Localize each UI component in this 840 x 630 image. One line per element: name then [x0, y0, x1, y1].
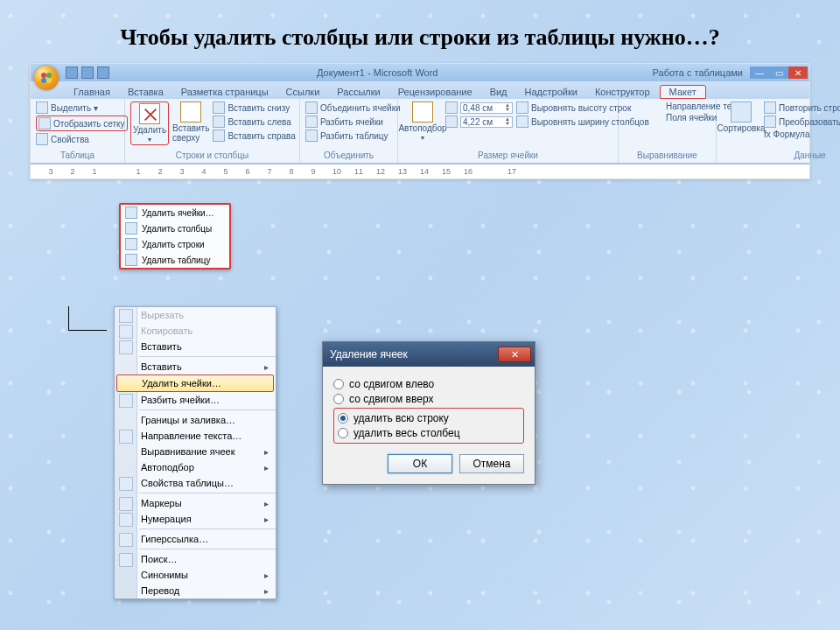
ctx-split-cells[interactable]: Разбить ячейки… [115, 392, 276, 408]
tab-home[interactable]: Главная [66, 85, 118, 99]
group-data-label: Данные [722, 150, 840, 160]
delete-table-item[interactable]: Удалить таблицу [121, 252, 229, 268]
close-button[interactable]: ✕ [788, 66, 808, 79]
col-width-spinner[interactable]: 4,22 см▲▼ [460, 116, 513, 128]
bullets-icon [119, 497, 133, 511]
ctx-borders[interactable]: Границы и заливка… [115, 412, 276, 428]
delete-icon [139, 103, 160, 124]
show-gridlines-button[interactable]: Отобразить сетку [36, 116, 128, 131]
ctx-synonyms[interactable]: Синонимы▸ [115, 567, 276, 583]
chevron-right-icon: ▸ [264, 447, 269, 457]
properties-button[interactable]: Свойства [36, 133, 128, 145]
split-table-button[interactable]: Разбить таблицу [305, 130, 401, 142]
delete-cells-item[interactable]: Удалить ячейки… [121, 205, 229, 220]
row-height-spinner[interactable]: 0,48 см▲▼ [460, 102, 513, 114]
radio-delete-col[interactable]: удалить весь столбец [338, 427, 520, 439]
tab-references[interactable]: Ссылки [278, 85, 328, 99]
merge-cells-button[interactable]: Объединить ячейки [305, 102, 401, 114]
tab-insert[interactable]: Вставка [120, 85, 172, 99]
paste-icon [119, 340, 133, 354]
chevron-right-icon: ▸ [264, 362, 269, 372]
insert-left-button[interactable]: Вставить слева [213, 116, 295, 128]
svg-point-0 [41, 73, 46, 78]
radio-shift-up[interactable]: со сдвигом вверх [333, 393, 524, 405]
link-icon [119, 533, 133, 547]
tab-design[interactable]: Конструктор [587, 85, 658, 99]
document-title: Документ1 - Microsoft Word [109, 67, 646, 78]
dialog-close-button[interactable]: ✕ [498, 346, 531, 362]
ctx-delete-cells[interactable]: Удалить ячейки… [116, 374, 274, 392]
ctx-cell-align[interactable]: Выравнивание ячеек▸ [115, 444, 276, 459]
group-rowscols-label: Строки и столбцы [130, 150, 294, 160]
group-table-label: Таблица [36, 150, 119, 160]
tab-review[interactable]: Рецензирование [390, 85, 480, 99]
delete-button[interactable]: Удалить▾ [130, 102, 169, 145]
dialog-titlebar[interactable]: Удаление ячеек ✕ [323, 342, 535, 367]
ctx-lookup[interactable]: Поиск… [115, 551, 276, 567]
ok-button[interactable]: ОК [388, 454, 452, 473]
sort-button[interactable]: Сортировка [722, 102, 760, 133]
minimize-button[interactable]: — [750, 66, 769, 79]
repeat-header-button[interactable]: Повторить строки заголовков [764, 102, 840, 114]
insert-below-button[interactable]: Вставить снизу [213, 102, 295, 114]
ctx-table-props[interactable]: Свойства таблицы… [115, 475, 276, 491]
ctx-numbering[interactable]: Нумерация▸ [115, 511, 276, 527]
svg-point-2 [41, 78, 46, 83]
cut-icon [119, 309, 133, 323]
ribbon-body: Выделить ▾ Отобразить сетку Свойства Таб… [31, 99, 809, 164]
formula-button[interactable]: fx Формула [764, 130, 840, 139]
autofit-icon [412, 102, 433, 122]
ctx-copy[interactable]: Копировать [115, 323, 276, 339]
ctx-translate[interactable]: Перевод▸ [115, 583, 276, 598]
maximize-button[interactable]: ▭ [769, 66, 788, 79]
group-merge-label: Объединить [305, 150, 392, 160]
split-icon [119, 394, 133, 408]
word-ribbon-screenshot: Документ1 - Microsoft Word Работа с табл… [30, 63, 810, 179]
chevron-right-icon: ▸ [264, 586, 269, 596]
textdir-icon [119, 430, 133, 444]
tab-pagelayout[interactable]: Разметка страницы [173, 85, 276, 99]
chevron-right-icon: ▸ [264, 499, 269, 508]
delete-columns-item[interactable]: Удалить столбцы [121, 220, 229, 236]
ruler: 3211234567891011121314151617 [31, 164, 809, 178]
delete-rows-item[interactable]: Удалить строки [121, 236, 229, 252]
search-icon [119, 553, 133, 567]
delete-dropdown: Удалить ячейки… Удалить столбцы Удалить … [119, 203, 231, 270]
cell-margins-button[interactable]: Поля ячейки [666, 113, 717, 122]
radio-icon [333, 394, 344, 404]
select-button[interactable]: Выделить ▾ [36, 102, 128, 114]
insert-above-button[interactable]: Вставить сверху [172, 102, 209, 143]
text-direction-button[interactable]: Направление текста [666, 102, 717, 111]
svg-point-3 [46, 78, 52, 83]
convert-to-text-button[interactable]: Преобразовать в текст [764, 116, 840, 128]
grid-icon [180, 102, 201, 122]
autofit-button[interactable]: Автоподбор▾ [403, 102, 442, 142]
ctx-paste[interactable]: Вставить [115, 339, 276, 354]
alignment-grid[interactable] [624, 102, 662, 103]
radio-shift-left[interactable]: со сдвигом влево [333, 378, 524, 390]
tableprops-icon [119, 477, 133, 491]
ctx-cut[interactable]: Вырезать [115, 307, 276, 323]
cancel-button[interactable]: Отмена [459, 454, 524, 473]
radio-icon [333, 379, 344, 389]
insert-right-button[interactable]: Вставить справа [213, 130, 295, 142]
radio-icon [338, 413, 348, 424]
ctx-insert[interactable]: Вставить▸ [115, 359, 276, 374]
radio-delete-row[interactable]: удалить всю строку [338, 412, 520, 424]
office-orb-button[interactable] [34, 66, 59, 90]
copy-icon [119, 325, 133, 339]
ctx-text-direction[interactable]: Направление текста… [115, 428, 276, 444]
tab-view[interactable]: Вид [482, 85, 515, 99]
tab-mailings[interactable]: Рассылки [329, 85, 388, 99]
tab-addins[interactable]: Надстройки [517, 85, 585, 99]
quick-access-toolbar[interactable] [66, 66, 109, 79]
ctx-autofit[interactable]: Автоподбор▸ [115, 459, 276, 475]
tab-layout[interactable]: Макет [660, 85, 706, 99]
ctx-hyperlink[interactable]: Гиперссылка… [115, 531, 276, 547]
split-cells-button[interactable]: Разбить ячейки [305, 116, 401, 128]
delete-cells-dialog: Удаление ячеек ✕ со сдвигом влево со сдв… [322, 341, 536, 485]
radio-icon [338, 428, 348, 438]
ctx-bullets[interactable]: Маркеры▸ [115, 495, 276, 511]
height-icon [445, 102, 458, 114]
group-cellsize-label: Размер ячейки [403, 150, 612, 160]
